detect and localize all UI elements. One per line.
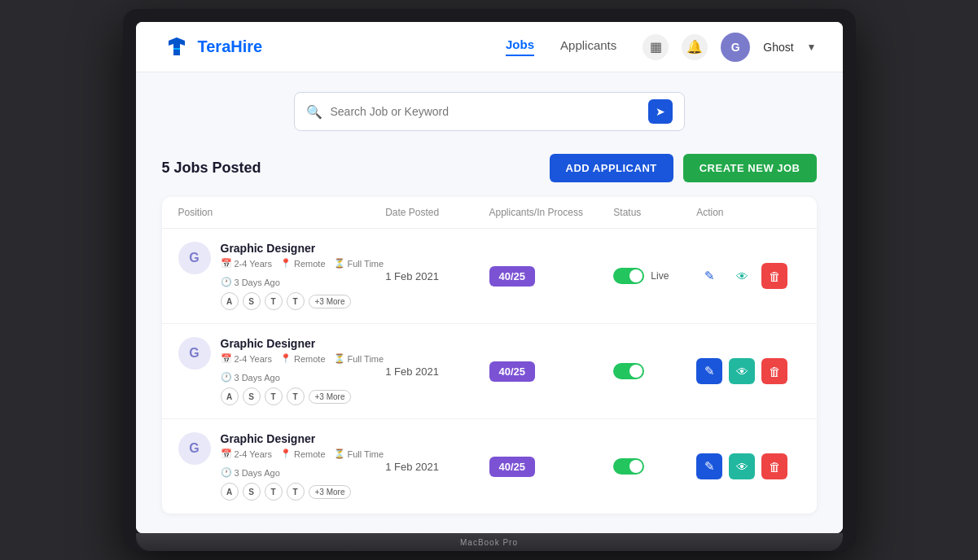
time-meta: 🕐 3 Days Ago	[221, 277, 280, 287]
job-title: Graphic Designer	[221, 242, 386, 255]
type-meta: ⏳ Full Time	[334, 353, 384, 364]
tag-t2: T	[287, 387, 305, 405]
job-title: Graphic Designer	[221, 432, 386, 445]
applicants-badge: 40/25	[489, 266, 536, 287]
delete-button[interactable]: 🗑	[761, 263, 787, 289]
edit-button[interactable]: ✎	[696, 263, 722, 289]
type-meta: ⏳ Full Time	[334, 258, 384, 269]
search-icon: 🔍	[306, 104, 322, 120]
clock-icon: ⏳	[334, 448, 345, 459]
status-cell	[613, 363, 696, 379]
status-toggle[interactable]	[613, 363, 644, 379]
position-cell: G Graphic Designer 📅 2-4 Years 📍	[178, 432, 386, 501]
search-send-button[interactable]: ➤	[648, 99, 673, 124]
messages-icon-button[interactable]: ▦	[642, 34, 669, 60]
job-title: Graphic Designer	[221, 337, 386, 350]
delete-button[interactable]: 🗑	[761, 358, 787, 384]
avatar: G	[178, 432, 211, 465]
nav-links: Jobs Applicants	[506, 37, 616, 56]
job-info: Graphic Designer 📅 2-4 Years 📍 Remote	[221, 337, 386, 405]
job-meta: 📅 2-4 Years 📍 Remote ⏳ Full Time	[221, 448, 386, 478]
table-row: G Graphic Designer 📅 2-4 Years 📍	[162, 419, 817, 514]
chevron-down-icon: ▼	[807, 42, 817, 53]
delete-button[interactable]: 🗑	[761, 453, 787, 479]
avatar: G	[178, 242, 211, 274]
search-wrapper: 🔍 ➤	[162, 92, 817, 131]
pin-icon: 📍	[280, 448, 292, 459]
message-icon: ▦	[650, 39, 662, 55]
logo-text: TeraHire	[198, 37, 263, 56]
date-cell: 1 Feb 2021	[385, 461, 489, 473]
time-meta: 🕐 3 Days Ago	[221, 467, 280, 478]
tag-more[interactable]: +3 More	[309, 485, 352, 499]
tag-t1: T	[265, 292, 283, 310]
col-position: Position	[178, 207, 386, 218]
tag-t1: T	[265, 387, 283, 405]
position-cell: G Graphic Designer 📅 2-4 Years 📍	[178, 337, 386, 405]
position-cell: G Graphic Designer 📅 2-4 Years 📍	[178, 242, 386, 310]
briefcase-icon: 📅	[221, 258, 232, 269]
create-job-button[interactable]: CREATE NEW JOB	[683, 154, 817, 182]
location-meta: 📍 Remote	[280, 448, 326, 459]
tag-t2: T	[287, 292, 305, 310]
applicants-badge: 40/25	[489, 457, 536, 477]
notifications-icon-button[interactable]: 🔔	[682, 34, 708, 60]
jobs-table: Position Date Posted Applicants/In Proce…	[162, 197, 817, 514]
table-header: Position Date Posted Applicants/In Proce…	[162, 197, 817, 229]
view-button[interactable]: 👁	[729, 263, 755, 289]
view-button[interactable]: 👁	[729, 358, 755, 384]
bell-icon: 🔔	[686, 39, 703, 55]
pin-icon: 📍	[280, 353, 292, 364]
applicants-cell: 40/25	[489, 266, 614, 287]
col-date: Date Posted	[385, 207, 489, 218]
view-button[interactable]: 👁	[729, 453, 755, 479]
logo: TeraHire	[162, 33, 263, 62]
add-applicant-button[interactable]: ADD APPLICANT	[550, 154, 673, 182]
laptop-base: MacBook Pro	[136, 533, 843, 551]
nav-applicants[interactable]: Applicants	[560, 38, 616, 55]
time-meta: 🕐 3 Days Ago	[221, 372, 280, 383]
tag-s: S	[243, 483, 261, 501]
tag-more[interactable]: +3 More	[309, 295, 352, 308]
tag-t2: T	[287, 483, 305, 501]
status-cell	[613, 458, 696, 475]
search-input[interactable]	[331, 105, 640, 118]
briefcase-icon: 📅	[221, 353, 232, 364]
location-meta: 📍 Remote	[280, 258, 326, 269]
table-row: G Graphic Designer 📅 2-4 Years 📍	[162, 324, 817, 419]
job-tags: A S T T +3 More	[221, 292, 386, 310]
date-cell: 1 Feb 2021	[385, 365, 489, 378]
header-buttons: ADD APPLICANT CREATE NEW JOB	[550, 154, 817, 182]
col-applicants: Applicants/In Process	[489, 207, 614, 218]
action-cell: ✎ 👁 🗑	[696, 263, 800, 289]
job-tags: A S T T +3 More	[221, 483, 386, 501]
status-toggle[interactable]	[613, 458, 644, 475]
col-status: Status	[613, 207, 696, 218]
jobs-count-label: 5 Jobs Posted	[162, 160, 261, 177]
applicants-badge: 40/25	[489, 361, 536, 382]
edit-button[interactable]: ✎	[696, 453, 722, 479]
col-action: Action	[696, 207, 800, 218]
list-header-row: 5 Jobs Posted ADD APPLICANT CREATE NEW J…	[162, 154, 817, 182]
job-tags: A S T T +3 More	[221, 387, 386, 405]
status-label: Live	[651, 270, 669, 282]
years-meta: 📅 2-4 Years	[221, 258, 272, 269]
tag-more[interactable]: +3 More	[309, 390, 352, 404]
applicants-cell: 40/25	[489, 457, 614, 477]
clock-icon: ⏳	[334, 353, 345, 364]
main-content: 🔍 ➤ 5 Jobs Posted ADD APPLICANT CREATE N…	[136, 72, 843, 533]
action-cell: ✎ 👁 🗑	[696, 453, 800, 479]
laptop-base-label: MacBook Pro	[460, 538, 518, 547]
nav-icons: ▦ 🔔 G Ghost ▼	[642, 33, 816, 62]
user-avatar-button[interactable]: G	[721, 33, 750, 62]
nav-jobs[interactable]: Jobs	[506, 37, 534, 56]
action-cell: ✎ 👁 🗑	[696, 358, 800, 384]
table-row: G Graphic Designer 📅 2-4 Years 📍	[162, 229, 817, 324]
user-name[interactable]: Ghost	[763, 41, 793, 54]
navbar: TeraHire Jobs Applicants ▦ 🔔 G Ghost ▼	[136, 22, 843, 72]
tag-s: S	[243, 292, 261, 310]
job-meta: 📅 2-4 Years 📍 Remote ⏳ Full Time	[221, 258, 386, 287]
years-meta: 📅 2-4 Years	[221, 448, 272, 459]
edit-button[interactable]: ✎	[696, 358, 722, 384]
status-toggle[interactable]	[613, 268, 644, 284]
